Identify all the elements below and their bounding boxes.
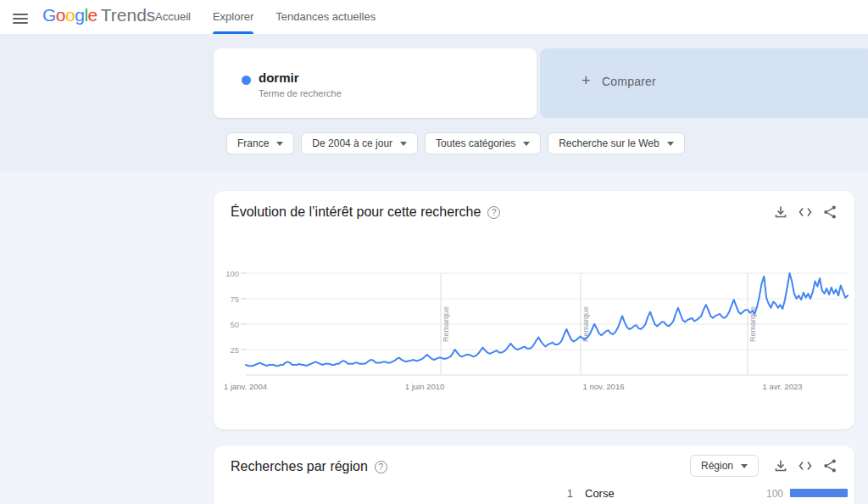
region-title-row: Recherches par région ? — [231, 459, 387, 474]
nav-item-explorer[interactable]: Explorer — [213, 0, 253, 34]
region-title: Recherches par région — [231, 459, 368, 474]
logo-letter: g — [75, 5, 84, 25]
search-term-card[interactable]: dormir Terme de recherche — [214, 48, 537, 118]
embed-icon[interactable] — [798, 204, 813, 220]
chevron-down-icon — [523, 142, 530, 146]
y-tick-75: 75 — [230, 294, 239, 304]
annotation-remarque[interactable]: Remarque — [442, 306, 450, 342]
region-rank: 1 — [563, 487, 573, 500]
menu-icon[interactable] — [12, 9, 29, 25]
y-tick-50: 50 — [230, 320, 239, 329]
nav-item-tendances-actuelles[interactable]: Tendances actuelles — [275, 0, 376, 34]
search-term-type: Terme de recherche — [259, 88, 342, 98]
logo-letter: e — [88, 5, 97, 25]
searches-by-region-card: Recherches par région ? Région — [214, 445, 854, 504]
chart-title-row: Évolution de l’intérêt pour cette recher… — [231, 204, 500, 220]
search-type-filter-dropdown[interactable]: Recherche sur le Web — [548, 132, 685, 154]
y-tick-100: 100 — [225, 269, 239, 278]
x-tick-2010: 1 juin 2010 — [405, 382, 444, 391]
chevron-down-icon — [276, 142, 283, 146]
interest-line-chart[interactable]: 100 75 50 25 Remarque Remarque Remarque … — [217, 268, 851, 395]
main-nav: Accueil Explorer Tendances actuelles — [155, 0, 376, 34]
download-icon[interactable] — [773, 204, 788, 220]
share-icon[interactable] — [822, 458, 837, 473]
logo-letter: o — [56, 5, 65, 25]
y-tick-25: 25 — [230, 345, 239, 355]
help-icon[interactable]: ? — [375, 461, 387, 473]
region-actions: Région — [690, 455, 837, 477]
category-filter-dropdown[interactable]: Toutes catégories — [425, 132, 541, 154]
chevron-down-icon — [741, 464, 748, 468]
logo-suffix: Trends — [101, 5, 156, 25]
help-icon[interactable]: ? — [487, 206, 500, 219]
search-term: dormir — [259, 70, 299, 85]
download-icon[interactable] — [773, 458, 788, 473]
chart-actions — [773, 204, 837, 220]
x-tick-2004: 1 janv. 2004 — [224, 382, 267, 391]
explore-hero: dormir Terme de recherche + Comparer Fra… — [0, 34, 868, 171]
region-value: 100 — [766, 488, 783, 500]
region-list-item[interactable]: 1 Corse 100 — [214, 485, 854, 502]
logo-letter: G — [42, 5, 56, 25]
interest-over-time-card: Évolution de l’intérêt pour cette recher… — [214, 191, 854, 429]
filter-row: France De 2004 à ce jour Toutes catégori… — [226, 132, 685, 154]
time-filter-label: De 2004 à ce jour — [312, 137, 392, 149]
category-filter-label: Toutes catégories — [436, 137, 515, 149]
google-trends-logo[interactable]: GoogleTrends — [42, 5, 155, 25]
chevron-down-icon — [400, 142, 407, 146]
series-color-dot-icon — [242, 76, 251, 85]
x-tick-2016: 1 nov. 2016 — [583, 382, 625, 391]
time-filter-dropdown[interactable]: De 2004 à ce jour — [301, 132, 418, 154]
geo-filter-dropdown[interactable]: France — [226, 132, 294, 154]
share-icon[interactable] — [822, 204, 837, 220]
search-type-filter-label: Recherche sur le Web — [559, 137, 659, 149]
chevron-down-icon — [667, 142, 674, 146]
plus-icon: + — [581, 72, 591, 90]
region-level-label: Région — [701, 460, 733, 472]
logo-letter: o — [65, 5, 75, 25]
compare-add-button[interactable]: + Comparer — [540, 48, 868, 118]
chart-title: Évolution de l’intérêt pour cette recher… — [231, 204, 481, 220]
region-level-dropdown[interactable]: Région — [690, 455, 759, 477]
nav-item-accueil[interactable]: Accueil — [155, 0, 191, 34]
x-tick-2023: 1 avr. 2023 — [762, 382, 802, 391]
region-name: Corse — [585, 487, 615, 500]
embed-icon[interactable] — [798, 458, 813, 473]
compare-label: Comparer — [602, 75, 656, 88]
app-header: GoogleTrends Accueil Explorer Tendances … — [0, 0, 868, 34]
trend-line-series — [246, 273, 848, 366]
region-value-bar — [790, 489, 848, 497]
google-trends-page: GoogleTrends Accueil Explorer Tendances … — [0, 0, 868, 504]
geo-filter-label: France — [237, 137, 269, 149]
